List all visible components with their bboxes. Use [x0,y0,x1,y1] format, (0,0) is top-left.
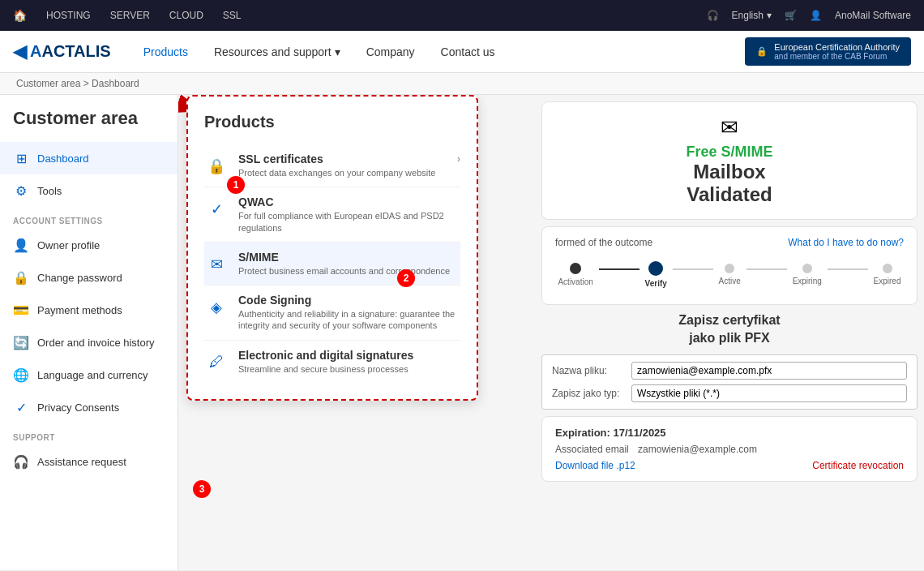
language-selector[interactable]: English ▾ [732,10,772,21]
filename-input[interactable] [631,362,907,380]
step-active: Active [719,264,741,286]
tools-icon: ⚙ [13,182,29,199]
code-signing-desc: Authenticity and reliability in a signat… [238,308,460,332]
smime-desc: Protect business email accounts and corr… [238,265,460,277]
cert-revoke-link[interactable]: Certificate revocation [812,460,904,471]
sidebar-item-language[interactable]: 🌐 Language and currency [0,358,178,391]
step-dot-expiring [802,264,812,273]
cert-status-panel: formed of the outcome What do I have to … [541,226,918,305]
save-cert-panel: Nazwa pliku: Zapisz jako typ: [541,354,918,410]
qwac-name: QWAC [238,195,274,208]
ssl-desc: Protect data exchanges on your company w… [238,167,460,178]
code-signing-name: Code Signing [238,294,311,307]
products-panel: Products 🔒 SSL certificates › Protect da… [186,95,478,401]
step-dot-verify [648,261,663,276]
product-smime[interactable]: ✉ S/MIME Protect business email accounts… [204,243,460,286]
sidebar-item-order-history[interactable]: 🔄 Order and invoice history [0,326,178,358]
smime-name: S/MIME [238,251,279,264]
associated-email-value: zamowienia@example.com [638,444,757,455]
content-area: Customer area ⊞ Dashboard ⚙ Tools ACCOUN… [0,95,924,570]
save-cert-title: Zapisz certyfikatjako plik PFX [541,311,918,348]
sidebar-item-assistance[interactable]: 🎧 Assistance request [0,445,178,478]
account-section-title: ACCOUNT SETTINGS [0,207,178,229]
dashboard-icon: ⊞ [13,150,29,166]
product-code-signing[interactable]: ◈ Code Signing Authenticity and reliabil… [204,286,460,341]
step-dot-active [725,264,734,273]
step-line-3 [746,268,787,270]
nav-contact[interactable]: Contact us [428,31,508,73]
products-panel-title: Products [204,113,460,131]
cert-badge-line1: European Certification Authority [774,42,900,52]
nav-hosting[interactable]: HOSTING [46,10,91,21]
filetype-input[interactable] [631,384,907,402]
user-icon: 👤 [810,10,822,21]
validated-label: Validated [555,183,904,206]
sidebar-item-payment-methods[interactable]: 💳 Payment methods [0,294,178,326]
sidebar: Customer area ⊞ Dashboard ⚙ Tools ACCOUN… [0,95,178,570]
nav-server[interactable]: SERVER [110,10,150,21]
nav-ssl[interactable]: SSL [223,10,242,21]
owner-profile-label: Owner profile [37,239,100,251]
sidebar-item-privacy[interactable]: ✓ Privacy Consents [0,391,178,423]
smime-promo: ✉ Free S/MIME Mailbox Validated [541,101,918,220]
mailbox-label: Mailbox [555,161,904,183]
associated-email-row: Associated email zamowienia@example.com [555,444,904,455]
cert-info-text: formed of the outcome [555,237,652,248]
arrow-icon: › [457,153,460,165]
nav-company[interactable]: Company [353,31,428,73]
esig-desc: Streamline and secure business processes [238,363,460,375]
product-esig[interactable]: 🖊 Electronic and digital signatures Stre… [204,341,460,383]
step-dot-activation [570,263,581,274]
filename-label: Nazwa pliku: [552,365,625,376]
cert-progress-bar: Activation Verify Active E [555,255,904,294]
ssl-icon: 🔒 [204,154,229,178]
headset-icon: 🎧 [13,453,29,470]
assistance-label: Assistance request [37,456,126,468]
nav-cloud[interactable]: CLOUD [169,10,203,21]
page-title: Customer area [0,108,178,142]
logo[interactable]: ◀ AACTALIS [13,41,111,62]
esig-name: Electronic and digital signatures [238,349,413,362]
language-currency-label: Language and currency [37,369,148,381]
breadcrumb: Customer area > Dashboard [0,73,924,95]
step-line-4 [828,268,868,270]
sidebar-item-dashboard[interactable]: ⊞ Dashboard [0,142,178,174]
lang-label: English [732,10,764,21]
support-icon[interactable]: 🎧 [707,10,719,21]
home-icon[interactable]: 🏠 [13,9,27,22]
privacy-icon: ✓ [13,399,29,415]
top-nav: 🏠 HOSTING SERVER CLOUD SSL 🎧 English ▾ 🛒… [0,0,924,31]
top-nav-right: 🎧 English ▾ 🛒 👤 AnoMail Software [707,10,911,21]
smime-icon: ✉ [204,252,229,277]
sidebar-item-tools[interactable]: ⚙ Tools [0,174,178,207]
sidebar-dashboard-label: Dashboard [37,152,89,165]
filetype-row: Zapisz jako typ: [552,384,907,402]
esig-icon: 🖊 [204,350,229,375]
download-section: Expiration: 17/11/2025 Associated email … [541,416,918,482]
download-link[interactable]: Download file .p12 [555,460,635,471]
filename-row: Nazwa pliku: [552,362,907,380]
payment-icon: 💳 [13,302,29,318]
step-dot-expired [883,264,892,273]
badge-1: 1 [227,176,245,194]
badge-2: 2 [397,269,415,287]
user-icon: 👤 [13,237,29,253]
cart-icon[interactable]: 🛒 [785,10,797,21]
associated-email-label: Associated email [555,444,629,455]
shield-icon: 🔒 [756,46,768,57]
help-link[interactable]: What do I have to do now? [788,237,904,248]
ssl-info: SSL certificates › Protect data exchange… [238,152,460,178]
download-row: Download file .p12 Certificate revocatio… [555,460,904,471]
step-activation: Activation [558,263,592,286]
cert-badge: 🔒 European Certification Authority and m… [745,37,911,66]
nav-products[interactable]: Products [130,31,201,73]
sidebar-item-owner-profile[interactable]: 👤 Owner profile [0,229,178,261]
cert-badge-line2: and member of the CAB Forum [774,52,900,61]
nav-resources[interactable]: Resources and support ▾ [201,31,353,73]
qwac-icon: ✓ [204,197,229,221]
sidebar-item-change-password[interactable]: 🔒 Change password [0,261,178,294]
qwac-desc: For full compliance with European eIDAS … [238,210,460,234]
step-expiring: Expiring [793,264,822,286]
product-qwac[interactable]: ✓ QWAC For full compliance with European… [204,187,460,243]
chevron-down-icon: ▾ [335,45,340,58]
